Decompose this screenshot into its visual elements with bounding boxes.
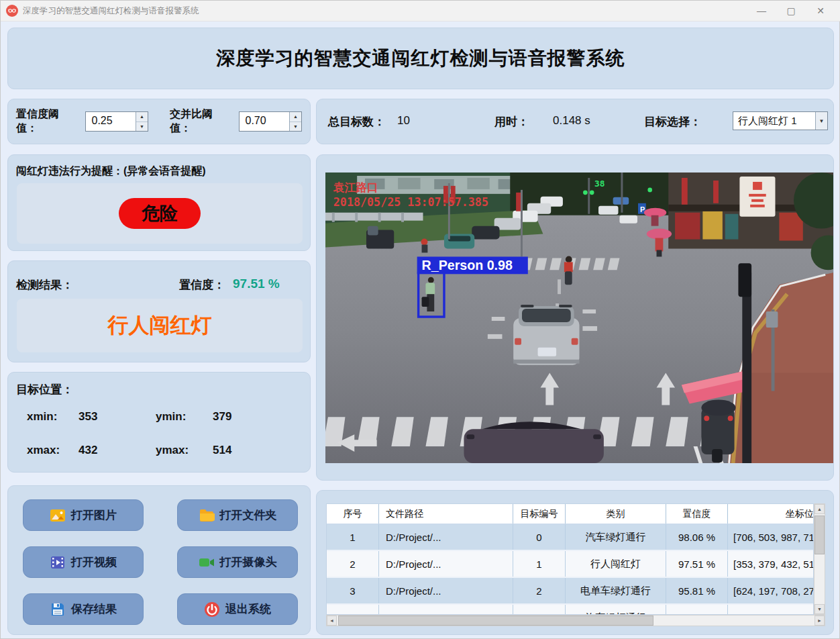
col-header-confidence[interactable]: 置信度 — [666, 504, 728, 524]
xmin-label: xmin: — [27, 410, 57, 424]
scroll-right-icon[interactable]: ► — [815, 616, 825, 626]
open-video-button[interactable]: 打开视频 — [23, 546, 144, 578]
minimize-button[interactable]: — — [747, 1, 776, 21]
spinner-arrows[interactable]: ▲ ▼ — [289, 112, 301, 131]
spin-up-icon[interactable]: ▲ — [136, 112, 148, 122]
cell-filepath: D:/Project/... — [379, 578, 513, 603]
col-header-index[interactable]: 序号 — [327, 504, 379, 524]
table-row[interactable]: 2 D:/Project/... 1 行人闯红灯 97.51 % [353, 3… — [327, 551, 814, 578]
table-horizontal-scrollbar[interactable]: ◄ ► — [326, 615, 825, 626]
table-vertical-scrollbar[interactable]: ▲ ▼ — [814, 503, 825, 615]
ymax-label: ymax: — [156, 444, 189, 457]
confidence-threshold-spinner[interactable]: 0.25 ▲ ▼ — [85, 111, 148, 132]
ymax-value: 514 — [213, 444, 231, 457]
target-select-value: 行人闯红灯 1 — [733, 115, 815, 128]
target-select-dropdown[interactable]: 行人闯红灯 1 ▼ — [733, 111, 828, 130]
col-header-filepath[interactable]: 文件路径 — [379, 504, 513, 524]
close-button[interactable]: ✕ — [806, 1, 835, 21]
result-class-box: 行人闯红灯 — [17, 299, 303, 352]
confidence-threshold-label: 置信度阈值： — [16, 107, 80, 136]
chevron-down-icon[interactable]: ▼ — [815, 112, 827, 130]
table-row[interactable]: 4 D:/Project/... 3 汽车绿灯通行 94.84 % [772, … — [327, 605, 814, 615]
ymin-value: 379 — [213, 410, 231, 424]
violation-alert-panel: 闯红灯违法行为提醒：(异常会语音提醒) 危险 — [7, 154, 311, 251]
detection-label: R_Person 0.98 — [422, 258, 513, 273]
power-icon — [204, 601, 220, 618]
suv — [513, 305, 579, 365]
open-folder-button[interactable]: 打开文件夹 — [177, 499, 298, 531]
scroll-left-icon[interactable]: ◄ — [327, 616, 337, 626]
detections-table[interactable]: 序号 文件路径 目标编号 类别 置信度 坐标位置 1 D:/Project/..… — [326, 503, 814, 615]
iou-threshold-spinner[interactable]: 0.70 ▲ ▼ — [239, 111, 302, 132]
result-confidence-value: 97.51 % — [233, 277, 280, 291]
camera-overlay-location: 袁江路口 — [333, 181, 378, 194]
window-title: 深度学习的智慧交通闯红灯检测与语音报警系统 — [23, 5, 747, 17]
total-targets-value: 10 — [397, 114, 410, 128]
signal-countdown: 38 — [594, 179, 605, 189]
cell-index: 3 — [327, 578, 379, 603]
cell-coords: [772, 183, 882, 25 — [728, 605, 814, 615]
col-header-class[interactable]: 类别 — [566, 504, 666, 524]
total-targets-label: 总目标数： — [328, 114, 385, 130]
xmin-value: 353 — [78, 410, 97, 424]
alert-status-box: 危险 — [17, 183, 303, 244]
table-row[interactable]: 1 D:/Project/... 0 汽车绿灯通行 98.06 % [706, … — [327, 524, 814, 551]
traffic-scene: P — [325, 173, 833, 463]
detection-result-panel: 检测结果： 置信度： 97.51 % 行人闯红灯 — [7, 260, 311, 362]
image-icon — [50, 507, 66, 524]
actions-panel: 打开图片 打开文件夹 打开视频 打开摄像头 保存结果 退出系统 — [7, 485, 311, 635]
open-image-label: 打开图片 — [71, 507, 117, 523]
hscroll-thumb[interactable] — [338, 616, 653, 626]
result-confidence-label: 置信度： — [179, 277, 225, 293]
cell-coords: [706, 503, 987, 711] — [728, 524, 814, 550]
target-select-label: 目标选择： — [644, 114, 701, 130]
video-icon — [50, 554, 66, 571]
scroll-up-icon[interactable]: ▲ — [815, 504, 825, 514]
open-camera-label: 打开摄像头 — [220, 554, 277, 570]
app-logo-icon — [6, 5, 18, 17]
maximize-button[interactable]: ▢ — [776, 1, 806, 21]
confidence-threshold-value: 0.25 — [86, 112, 136, 131]
open-image-button[interactable]: 打开图片 — [23, 499, 144, 531]
cell-target-id: 0 — [513, 524, 566, 550]
result-label: 检测结果： — [16, 277, 73, 293]
vscroll-track[interactable] — [815, 514, 825, 604]
open-camera-button[interactable]: 打开摄像头 — [177, 546, 298, 578]
target-position-title: 目标位置： — [16, 382, 73, 397]
spinner-arrows[interactable]: ▲ ▼ — [136, 112, 148, 131]
save-results-button[interactable]: 保存结果 — [23, 593, 144, 625]
cell-index: 4 — [327, 605, 379, 615]
col-header-target-id[interactable]: 目标编号 — [513, 504, 566, 524]
cell-filepath: D:/Project/... — [379, 524, 513, 550]
cell-target-id: 3 — [513, 605, 566, 615]
xmax-label: xmax: — [27, 444, 60, 457]
table-row[interactable]: 3 D:/Project/... 2 电单车绿灯通行 95.81 % [624,… — [327, 578, 814, 605]
header-panel: 深度学习的智慧交通闯红灯检测与语音报警系统 — [7, 28, 834, 89]
app-window: 深度学习的智慧交通闯红灯检测与语音报警系统 — ▢ ✕ 深度学习的智慧交通闯红灯… — [0, 0, 840, 639]
title-bar: 深度学习的智慧交通闯红灯检测与语音报警系统 — ▢ ✕ — [1, 1, 840, 21]
folder-icon — [199, 507, 215, 524]
cell-confidence: 97.51 % — [666, 551, 728, 577]
cell-coords: [624, 197, 708, 275] — [728, 578, 814, 603]
spin-down-icon[interactable]: ▼ — [290, 122, 301, 132]
threshold-panel: 置信度阈值： 0.25 ▲ ▼ 交并比阈值： 0.70 ▲ ▼ — [7, 99, 311, 144]
scroll-down-icon[interactable]: ▼ — [815, 604, 825, 614]
cell-class: 汽车绿灯通行 — [566, 605, 666, 615]
exit-system-button[interactable]: 退出系统 — [177, 593, 298, 625]
cell-target-id: 1 — [513, 551, 566, 577]
camera-icon — [199, 554, 215, 571]
camera-frame: P — [325, 173, 833, 463]
elapsed-time-value: 0.148 s — [553, 114, 590, 128]
iou-threshold-label: 交并比阈值： — [170, 107, 233, 136]
hscroll-track[interactable] — [337, 616, 815, 626]
video-viewer-panel: P — [316, 154, 834, 481]
stats-panel: 总目标数： 10 用时： 0.148 s 目标选择： 行人闯红灯 1 ▼ — [316, 99, 834, 144]
cell-class: 行人闯红灯 — [566, 551, 666, 577]
spin-down-icon[interactable]: ▼ — [136, 122, 148, 132]
target-position-panel: 目标位置： xmin: 353 ymin: 379 xmax: 432 ymax… — [7, 372, 311, 473]
cell-filepath: D:/Project/... — [379, 551, 513, 577]
spin-up-icon[interactable]: ▲ — [290, 112, 301, 122]
cell-class: 汽车绿灯通行 — [566, 524, 666, 550]
col-header-coords[interactable]: 坐标位置 — [728, 504, 814, 524]
vscroll-thumb[interactable] — [815, 515, 825, 554]
